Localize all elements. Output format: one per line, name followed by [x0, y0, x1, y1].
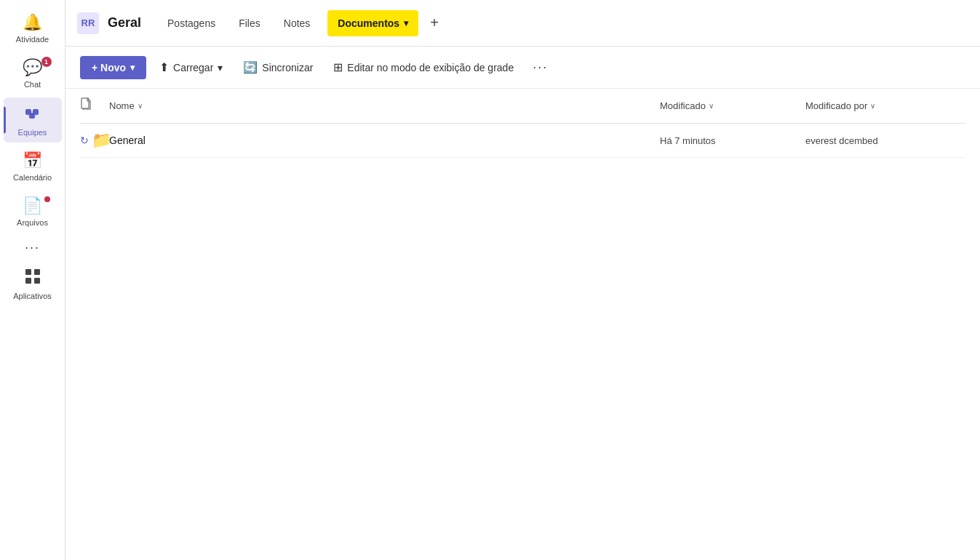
column-name[interactable]: Nome ∨: [109, 100, 660, 111]
sidebar: 🔔 Atividade 1 💬 Chat Equipes 📅 Calendári…: [0, 0, 65, 560]
sidebar-item-calendario[interactable]: 📅 Calendário: [4, 145, 62, 188]
carregar-label: Carregar: [173, 62, 213, 73]
svg-rect-6: [34, 278, 40, 284]
col-modified-by-label: Modificado por: [805, 100, 867, 111]
editar-button[interactable]: ⊞ Editar no modo de exibição de grade: [326, 56, 521, 79]
toolbar: + Novo ▾ ⬆ Carregar ▾ 🔄 Sincronizar ⊞ Ed…: [65, 47, 980, 89]
documentos-chevron: ▾: [404, 18, 408, 28]
carregar-chevron: ▾: [218, 62, 223, 73]
file-table-header: Nome ∨ Modificado ∨ Modificado por ∨: [80, 89, 965, 124]
loading-spinner-icon: ↻: [80, 135, 89, 146]
carregar-button[interactable]: ⬆ Carregar ▾: [152, 56, 230, 79]
tab-files[interactable]: Files: [227, 0, 272, 47]
upload-icon: ⬆: [159, 60, 169, 74]
col-name-label: Nome: [109, 100, 135, 111]
sidebar-label-arquivos: Arquivos: [17, 218, 48, 227]
sidebar-item-chat[interactable]: 1 💬 Chat: [4, 52, 62, 95]
add-tab-button[interactable]: +: [424, 0, 445, 47]
bell-icon: 🔔: [23, 13, 42, 32]
arquivos-dot: [44, 196, 50, 202]
more-dots-icon: ···: [25, 240, 40, 255]
tab-postagens-label: Postagens: [167, 17, 215, 29]
file-modified: Há 7 minutos: [660, 135, 805, 146]
header-file-icon: [80, 97, 109, 114]
sidebar-label-aplicativos: Aplicativos: [13, 292, 52, 300]
apps-icon: [25, 268, 41, 289]
editar-label: Editar no modo de exibição de grade: [347, 62, 514, 73]
modified-sort-arrow: ∨: [709, 102, 714, 110]
toolbar-more-button[interactable]: ···: [527, 55, 554, 79]
column-modified-by[interactable]: Modificado por ∨: [805, 100, 965, 111]
add-tab-icon: +: [430, 15, 439, 31]
svg-rect-4: [34, 269, 40, 275]
chat-icon: 💬: [23, 58, 42, 77]
files-icon: 📄: [23, 196, 42, 215]
sidebar-label-chat: Chat: [24, 80, 41, 89]
file-browser: Nome ∨ Modificado ∨ Modificado por ∨ ↻ 📁…: [65, 89, 980, 560]
active-indicator: [4, 106, 6, 133]
col-modified-label: Modificado: [660, 100, 706, 111]
sync-icon: 🔄: [243, 60, 258, 74]
chat-badge: 1: [41, 57, 52, 67]
sidebar-label-atividade: Atividade: [16, 35, 49, 44]
file-modified-by: everest dcembed: [805, 135, 965, 146]
sidebar-more-button[interactable]: ···: [4, 236, 62, 260]
sincronizar-label: Sincronizar: [262, 62, 313, 73]
modified-by-sort-arrow: ∨: [870, 102, 875, 110]
tab-notes-label: Notes: [284, 17, 311, 29]
tab-documentos-label: Documentos: [338, 17, 399, 29]
svg-rect-3: [25, 269, 31, 275]
tab-files-label: Files: [239, 17, 260, 29]
sidebar-label-calendario: Calendário: [13, 173, 52, 182]
sincronizar-button[interactable]: 🔄 Sincronizar: [236, 56, 320, 79]
main-content: RR Geral Postagens Files Notes Documento…: [65, 0, 980, 560]
sidebar-item-aplicativos[interactable]: Aplicativos: [4, 263, 62, 306]
file-icon-cell: ↻ 📁: [80, 131, 109, 150]
grid-icon: ⊞: [333, 60, 343, 74]
sidebar-label-equipes: Equipes: [18, 128, 47, 137]
column-modified[interactable]: Modificado ∨: [660, 100, 805, 111]
tab-notes[interactable]: Notes: [272, 0, 322, 47]
sidebar-item-atividade[interactable]: 🔔 Atividade: [4, 7, 62, 49]
channel-name: Geral: [108, 15, 141, 31]
novo-chevron: ▾: [130, 63, 135, 73]
svg-rect-2: [29, 113, 35, 119]
teams-icon: [24, 103, 41, 125]
channel-avatar: RR: [77, 12, 99, 34]
calendar-icon: 📅: [23, 151, 42, 170]
tab-postagens[interactable]: Postagens: [156, 0, 227, 47]
svg-rect-5: [25, 278, 31, 284]
sidebar-item-equipes[interactable]: Equipes: [4, 97, 62, 143]
tab-bar: RR Geral Postagens Files Notes Documento…: [65, 0, 980, 47]
novo-button[interactable]: + Novo ▾: [80, 56, 146, 79]
tab-documentos[interactable]: Documentos ▾: [327, 10, 418, 36]
table-row[interactable]: ↻ 📁 General Há 7 minutos everest dcembed: [80, 124, 965, 158]
folder-icon: 📁: [92, 131, 111, 150]
sidebar-item-arquivos[interactable]: 📄 Arquivos: [4, 191, 62, 233]
file-name: General: [109, 135, 660, 146]
name-sort-arrow: ∨: [138, 102, 143, 110]
novo-label: + Novo: [92, 62, 126, 73]
toolbar-more-icon: ···: [533, 60, 548, 74]
